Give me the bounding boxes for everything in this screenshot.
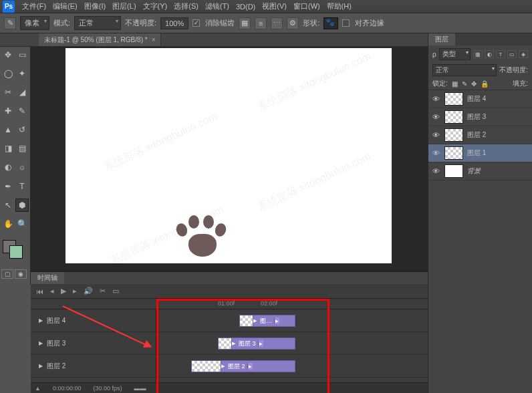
first-frame-icon[interactable]: ⏮ [36,287,43,295]
path-tool[interactable]: ↖ [1,199,15,212]
layer-item[interactable]: 👁 图层 3 [428,108,532,126]
brush-shape-picker[interactable] [323,17,338,29]
play-icon[interactable]: ▶ [61,287,66,295]
filter-adjust-icon[interactable]: ◐ [485,50,494,58]
layer-thumbnail[interactable] [444,110,463,124]
layers-tab[interactable]: 图层 [428,33,455,45]
timeline-clips-area[interactable]: ▶图…▸ + ▶图层 3▸ + ▶图层 2▸ + ▶图层 1▸ + [156,309,428,393]
antialias-checkbox[interactable] [192,19,200,27]
shape-tool[interactable]: ⬢ [15,199,29,212]
transition-icon[interactable]: ▭ [112,287,119,295]
history-brush-tool[interactable]: ↺ [15,123,29,136]
layer-thumbnail[interactable] [444,164,463,178]
menu-filter[interactable]: 滤镜(T) [202,0,233,13]
zoom-tool[interactable]: 🔍 [15,217,29,231]
color-swatches[interactable] [1,240,28,259]
menu-type[interactable]: 文字(Y) [140,0,171,13]
lock-trans-icon[interactable]: ▦ [452,80,458,88]
crop-tool[interactable]: ✂ [1,86,15,99]
layer-name[interactable]: 图层 3 [467,112,486,122]
healing-tool[interactable]: ✚ [1,104,15,118]
quickmask-mode-icon[interactable]: ◉ [15,269,27,279]
zoom-out-icon[interactable]: ▲ [35,385,41,392]
visibility-icon[interactable]: 👁 [431,167,440,175]
eyedropper-tool[interactable]: ◢ [15,86,29,99]
move-tool[interactable]: ✥ [1,48,15,61]
layer-filter-dropdown[interactable]: 类型 [439,48,471,60]
menu-view[interactable]: 视图(V) [259,0,290,13]
type-tool[interactable]: T [15,180,29,193]
chevron-right-icon[interactable]: ▶ [39,363,43,369]
zoom-slider[interactable]: ▬▬ [134,385,146,392]
filter-shape-icon[interactable]: ▭ [507,50,517,58]
menu-image[interactable]: 图像(I) [81,0,109,13]
magic-wand-tool[interactable]: ✦ [15,67,29,80]
timeline-row[interactable]: ▶图层 3▸ + [156,332,428,355]
blur-tool[interactable]: ◐ [1,160,15,174]
dodge-tool[interactable]: ☼ [15,160,29,174]
next-frame-icon[interactable]: ▸ [73,287,77,295]
chevron-right-icon[interactable]: ▶ [39,317,43,323]
lasso-tool[interactable]: ◯ [1,67,15,80]
timeline-track-label[interactable]: ▶图层 3 [31,332,156,355]
visibility-icon[interactable]: 👁 [431,131,440,139]
layer-item[interactable]: 👁 图层 2 [428,126,532,144]
menu-layer[interactable]: 图层(L) [109,0,139,13]
menu-3d[interactable]: 3D(D) [233,1,259,12]
split-icon[interactable]: ✂ [100,287,106,295]
chevron-right-icon[interactable]: ▶ [39,340,43,346]
layer-name[interactable]: 图层 2 [467,130,486,140]
hand-tool[interactable]: ✋ [1,217,15,231]
lock-all-icon[interactable]: 🔒 [481,80,489,88]
brush-tool[interactable]: ✎ [15,104,29,118]
timeline-clip[interactable]: ▶图层 3▸ [218,338,295,350]
timeline-track-label[interactable]: ▶图层 2 [31,355,156,378]
layer-thumbnail[interactable] [444,92,463,106]
layer-item[interactable]: 👁 背景 [428,162,532,180]
lock-pixel-icon[interactable]: ✎ [462,80,467,88]
visibility-icon[interactable]: 👁 [431,149,440,157]
menu-file[interactable]: 文件(F) [19,0,49,13]
filter-text-icon[interactable]: T [496,50,505,58]
background-swatch[interactable] [9,245,23,259]
layer-thumbnail[interactable] [444,146,463,160]
marquee-tool[interactable]: ▭ [15,48,29,61]
visibility-icon[interactable]: 👁 [431,113,440,121]
visibility-icon[interactable]: 👁 [431,95,440,103]
menu-edit[interactable]: 编辑(E) [49,0,81,13]
gear-icon[interactable]: ⚙ [287,17,299,29]
standard-mode-icon[interactable]: ▢ [1,269,13,279]
align-icon[interactable]: ≡ [255,17,267,29]
distribute-icon[interactable]: ⋯ [271,17,283,29]
layer-item[interactable]: 👁 图层 1 [428,144,532,162]
timeline-clip[interactable]: ▶图…▸ [239,315,295,327]
document-tab[interactable]: 未标题-1 @ 50% (图层 1, RGB/8) * × [39,33,161,46]
timeline-ruler[interactable]: 01:00f 02:00f [31,299,428,309]
layer-thumbnail[interactable] [444,128,463,142]
timeline-clip[interactable]: ▶图层 2▸ [191,360,295,372]
prev-frame-icon[interactable]: ◂ [50,287,54,295]
tool-preset-picker[interactable]: ✎ [4,17,16,29]
menu-select[interactable]: 选择(S) [170,0,202,13]
clip-menu-icon[interactable]: ▸ [274,317,279,324]
filter-image-icon[interactable]: ▦ [473,50,483,58]
opacity-input[interactable]: 100% [160,17,188,29]
filter-smart-icon[interactable]: ◈ [519,50,528,58]
menu-window[interactable]: 窗口(W) [290,0,323,13]
clip-menu-icon[interactable]: ▸ [258,340,263,347]
layer-name[interactable]: 图层 4 [467,94,486,104]
layer-item[interactable]: 👁 图层 4 [428,90,532,108]
units-dropdown[interactable]: 像素 [20,16,49,30]
layer-name[interactable]: 图层 1 [467,148,486,158]
stamp-tool[interactable]: ▲ [1,123,15,136]
audio-icon[interactable]: 🔊 [84,287,93,295]
timeline-row[interactable]: ▶图层 2▸ + [156,355,428,378]
layers-icon[interactable]: ▦ [239,17,251,29]
timeline-row[interactable]: ▶图…▸ + [156,309,428,332]
gradient-tool[interactable]: ▤ [15,142,29,155]
document-canvas[interactable]: 系统部落 xitongbuluo.com 系统部落 xitongbuluo.co… [65,48,392,263]
eraser-tool[interactable]: ◨ [1,142,15,155]
close-icon[interactable]: × [152,36,156,43]
align-edges-checkbox[interactable] [342,19,350,27]
layer-name[interactable]: 背景 [467,166,481,176]
